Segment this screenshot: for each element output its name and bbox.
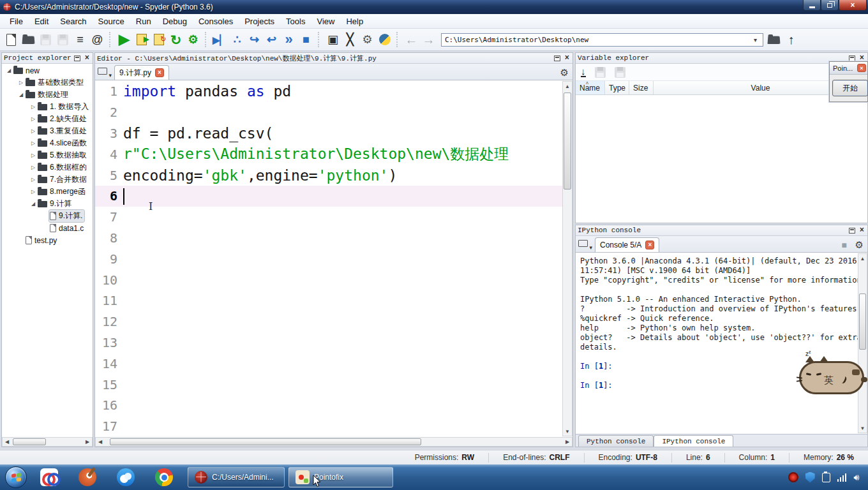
console-tab[interactable]: Console 5/A ×	[595, 237, 659, 252]
tree-item-7.合并数据[interactable]: ▷7.合并数据	[2, 174, 93, 186]
menu-consoles[interactable]: Consoles	[193, 15, 239, 27]
scroll-down-icon[interactable]: ▼	[858, 424, 867, 433]
minimize-button[interactable]	[803, 0, 821, 11]
tree-item-8.merge函[interactable]: ▷8.merge函	[2, 186, 93, 198]
parent-directory-button[interactable]: ↑	[782, 31, 800, 48]
browser-app-button[interactable]	[111, 464, 140, 490]
tree-item-9.计算.[interactable]: 9.计算.	[2, 210, 93, 222]
tree-item-4.slice函数[interactable]: ▷4.slice函数	[2, 137, 93, 149]
undock-icon[interactable]	[74, 56, 80, 61]
scroll-left-icon[interactable]: ◀	[96, 438, 105, 446]
run-selection-button[interactable]: ↻	[167, 31, 184, 48]
interrupt-kernel-icon[interactable]: ■	[842, 240, 847, 250]
tree-item-new[interactable]: ◢new	[2, 64, 93, 77]
browse-tabs-icon[interactable]: ▾	[578, 238, 592, 251]
code-line-10[interactable]: 10	[95, 269, 562, 290]
menu-view[interactable]: View	[311, 15, 340, 27]
undock-icon[interactable]	[554, 56, 560, 61]
menu-projects[interactable]: Projects	[239, 15, 280, 27]
scrollbar-thumb[interactable]	[13, 438, 46, 445]
console-vertical-scrollbar[interactable]: ▲ ▼	[858, 253, 867, 433]
tree-item-数据处理[interactable]: ◢数据处理	[2, 89, 93, 101]
remote-app-button[interactable]	[34, 464, 64, 490]
tree-item-9.计算[interactable]: ◢9.计算	[2, 198, 93, 210]
code-line-14[interactable]: 14	[95, 353, 562, 374]
tree-item-5.数据抽取[interactable]: ▷5.数据抽取	[2, 149, 93, 161]
menu-source[interactable]: Source	[93, 15, 130, 27]
scroll-up-icon[interactable]: ▲	[858, 254, 867, 263]
security-shield-tray-icon[interactable]	[805, 472, 815, 483]
code-line-11[interactable]: 11	[95, 290, 562, 311]
fullscreen-button[interactable]: ╳	[341, 31, 359, 48]
code-line-9[interactable]: 9	[95, 248, 562, 269]
scroll-right-icon[interactable]: ▶	[563, 438, 572, 446]
scrollbar-thumb[interactable]	[564, 93, 571, 189]
debug-run-line-button[interactable]: ∴	[228, 31, 246, 48]
debug-continue-button[interactable]: »	[280, 31, 297, 48]
pointofix-title-bar[interactable]: Poin... ×	[830, 62, 867, 75]
editor-horizontal-scrollbar[interactable]: ◀ ▶	[95, 437, 572, 447]
undock-icon[interactable]	[849, 228, 855, 234]
expand-arrow-icon[interactable]: ▷	[29, 128, 37, 134]
network-signal-icon[interactable]	[837, 473, 847, 482]
editor-vertical-scrollbar[interactable]: ▲ ▼	[562, 81, 572, 436]
expand-arrow-icon[interactable]: ▷	[29, 104, 37, 110]
ime-cat-sticker[interactable]: zz 英	[797, 350, 868, 399]
debug-button[interactable]: ▶▏	[211, 31, 228, 48]
close-pane-icon[interactable]: ×	[858, 228, 865, 234]
undock-icon[interactable]	[849, 56, 855, 61]
tools-button[interactable]: ⚙	[359, 31, 376, 48]
collapse-arrow-icon[interactable]: ◢	[29, 201, 37, 207]
restore-button[interactable]	[821, 0, 839, 11]
editor-tab[interactable]: 9.计算.py ×	[114, 65, 169, 80]
menu-tools[interactable]: Tools	[280, 15, 311, 27]
code-line-7[interactable]: 7	[95, 207, 562, 228]
scroll-down-icon[interactable]: ▼	[563, 427, 572, 436]
close-pane-icon[interactable]: ×	[858, 56, 865, 61]
menu-search[interactable]: Search	[54, 15, 92, 27]
browse-directory-button[interactable]	[765, 31, 782, 48]
expand-arrow-icon[interactable]: ▷	[29, 116, 37, 122]
scroll-up-icon[interactable]: ▲	[563, 82, 572, 91]
rerun-cell-button[interactable]: ↻	[150, 31, 167, 48]
taskbar-window-spyder[interactable]: C:/Users/Admini...	[188, 467, 285, 487]
code-line-3[interactable]: 3df = pd.read_csv(	[95, 123, 562, 144]
scroll-right-icon[interactable]: ▶	[83, 438, 92, 446]
tab-close-icon[interactable]: ×	[645, 241, 654, 249]
column-header-name[interactable]: Name	[576, 81, 605, 94]
code-line-2[interactable]: 2	[95, 102, 562, 123]
run-cell-button[interactable]: ▶	[133, 31, 150, 48]
directory-dropdown-icon[interactable]: ▾	[754, 36, 763, 43]
chrome-button[interactable]	[149, 464, 179, 490]
code-line-1[interactable]: 1import pandas as pd	[95, 81, 562, 102]
symbol-finder-button[interactable]: @	[89, 31, 106, 48]
tab-ipython-console[interactable]: IPython console	[654, 435, 733, 447]
column-header-type[interactable]: Type	[605, 81, 629, 94]
code-line-17[interactable]: 17	[95, 416, 562, 436]
maximize-pane-button[interactable]: ▣	[324, 31, 341, 48]
volume-icon[interactable]: 🔊︎	[853, 472, 859, 483]
open-file-button[interactable]	[20, 31, 37, 48]
import-data-icon[interactable]: ↓	[581, 67, 586, 77]
column-header-size[interactable]: Size	[629, 81, 654, 94]
new-file-button[interactable]	[3, 31, 20, 48]
tree-item-2.缺失值处[interactable]: ▷2.缺失值处	[2, 113, 93, 125]
run-button[interactable]: ▶	[116, 31, 133, 48]
working-directory-input[interactable]	[441, 33, 763, 47]
debug-step-into-button[interactable]: ↪	[246, 31, 263, 48]
taskbar-window-pointofix[interactable]: Pointofix	[288, 467, 393, 487]
code-line-4[interactable]: 4r"C:\Users\Administrator\Desktop\new\数据…	[95, 144, 562, 165]
paint-app-button[interactable]	[73, 464, 102, 490]
menu-edit[interactable]: Edit	[29, 15, 54, 27]
pointofix-close-icon[interactable]: ×	[857, 64, 866, 72]
back-button[interactable]: ←	[403, 31, 420, 48]
code-line-13[interactable]: 13	[95, 332, 562, 353]
tree-item-6.数据框的[interactable]: ▷6.数据框的	[2, 161, 93, 174]
debug-stop-button[interactable]: ■	[297, 31, 315, 48]
run-configure-button[interactable]: ⚙	[184, 31, 202, 48]
expand-arrow-icon[interactable]: ▷	[29, 152, 37, 158]
clipboard-tray-icon[interactable]	[822, 473, 830, 482]
expand-arrow-icon[interactable]: ▷	[29, 177, 37, 182]
tree-item-基础数据类型[interactable]: ▷基础数据类型	[2, 77, 93, 89]
menu-file[interactable]: File	[4, 15, 29, 27]
